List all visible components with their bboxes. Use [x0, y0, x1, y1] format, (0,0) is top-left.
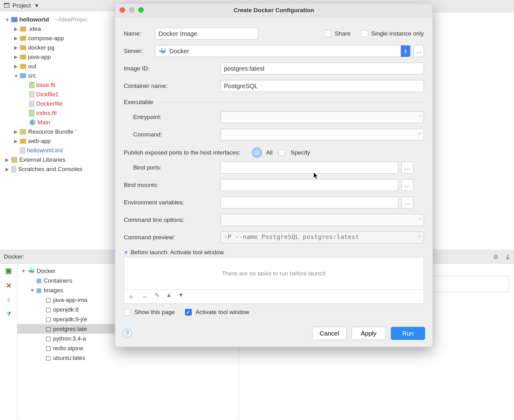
add-task-icon[interactable]: ＋	[127, 292, 135, 302]
tree-item-dockerfile[interactable]: Dockerfile	[1, 99, 118, 108]
edit-task-icon[interactable]: ✎	[155, 292, 160, 302]
radio-specify[interactable]	[278, 149, 285, 156]
cli-options-input[interactable]: ⤢	[221, 214, 424, 226]
tree-item-scratches[interactable]: Scratches and Consoles	[1, 165, 118, 174]
tree-item-base-ftl[interactable]: base.ftl	[1, 80, 118, 90]
server-browse-button[interactable]: …	[414, 45, 424, 57]
single-instance-checkbox[interactable]	[361, 30, 368, 37]
expand-icon[interactable]: ⤢	[418, 131, 422, 136]
apply-button[interactable]: Apply	[352, 327, 386, 340]
command-input[interactable]: ⤢	[221, 129, 424, 141]
tree-item-index-ftl[interactable]: index.ftl	[1, 108, 118, 118]
bind-ports-input	[221, 162, 398, 174]
entrypoint-input[interactable]: ⤢	[221, 111, 424, 123]
window-close-icon[interactable]	[119, 7, 125, 13]
project-root[interactable]: helloworld ~/IdeaProjec	[1, 15, 118, 24]
window-zoom-icon[interactable]	[138, 7, 144, 13]
show-this-page-checkbox[interactable]	[124, 309, 131, 316]
project-icon: 🗔	[3, 2, 10, 9]
tree-item-dickfile1[interactable]: Dickfile1	[1, 90, 118, 99]
docker-toolstrip: ▣ ✕ ⇪ ⧩	[0, 264, 17, 418]
env-vars-browse-button[interactable]: …	[401, 197, 413, 208]
module-icon	[11, 17, 17, 22]
tree-label: redis:alpine	[53, 345, 83, 352]
tree-label: out	[28, 63, 36, 70]
bundle-icon	[20, 129, 26, 135]
container-name-label: Container name:	[124, 83, 217, 89]
bind-mounts-input[interactable]	[221, 179, 398, 191]
disclosure-triangle-icon[interactable]: ▼	[124, 250, 128, 255]
grid-icon: ▦	[36, 287, 42, 294]
tree-label: External Libraries	[19, 156, 65, 163]
tree-item-compose-app[interactable]: compose-app	[1, 34, 118, 43]
executable-section-label: Executable	[124, 99, 153, 106]
activate-tool-window-checkbox[interactable]: ✓	[185, 309, 192, 316]
src-folder-icon	[20, 73, 26, 78]
docker-image-item[interactable]: ▢ ubuntu:lates	[17, 353, 239, 363]
env-vars-input[interactable]	[221, 197, 398, 208]
deploy-icon[interactable]: ▣	[5, 267, 12, 275]
tree-item-iml[interactable]: helloworld.iml	[1, 146, 118, 155]
tree-label: ubuntu:lates	[53, 355, 85, 361]
tree-label: java-app-ima	[53, 297, 87, 303]
expand-icon[interactable]: ⤢	[418, 216, 422, 221]
activate-tool-window-label: Activate tool window	[196, 309, 249, 316]
chevron-down-icon[interactable]: ▾	[35, 2, 38, 9]
share-checkbox[interactable]	[325, 30, 332, 37]
docker-file-icon	[29, 101, 34, 107]
expand-icon[interactable]: ⤢	[418, 113, 422, 118]
tree-label: compose-app	[28, 35, 64, 42]
bind-mounts-label: Bind mounts:	[124, 182, 217, 189]
tree-item-resource-bundle[interactable]: Resource Bundle '	[1, 127, 118, 136]
tree-item-web-app[interactable]: web-app	[1, 136, 118, 146]
container-name-input[interactable]	[221, 80, 424, 92]
radio-all-label: All	[266, 149, 273, 156]
docker-whale-icon: 🐳	[27, 267, 35, 274]
tree-item-java-app[interactable]: java-app	[1, 52, 118, 62]
tree-item-main[interactable]: CMain	[1, 118, 118, 127]
entrypoint-label: Entrypoint:	[133, 114, 217, 121]
no-tasks-message: There are no tasks to run before launch	[124, 257, 424, 289]
share-label: Share	[335, 30, 351, 37]
image-icon: ▢	[46, 354, 51, 361]
name-input[interactable]	[155, 28, 258, 40]
image-icon: ▢	[46, 296, 51, 303]
cancel-button[interactable]: Cancel	[312, 327, 347, 340]
tree-label: src	[28, 72, 36, 79]
gear-icon[interactable]: ⚙︎	[493, 253, 498, 260]
tree-item-docker-pg[interactable]: docker-pg	[1, 43, 118, 52]
image-id-input[interactable]	[221, 63, 424, 74]
redeploy-icon[interactable]: ⇪	[6, 297, 11, 304]
cli-options-label: Command line options:	[124, 217, 217, 223]
filter-icon[interactable]: ⧩	[6, 311, 11, 317]
tree-label: Resource Bundle '	[28, 128, 76, 135]
tree-item-external-libraries[interactable]: External Libraries	[1, 155, 118, 165]
ftl-file-icon	[29, 110, 34, 116]
tree-label: base.ftl	[36, 82, 55, 88]
expand-icon[interactable]: ⤢	[418, 234, 422, 239]
move-up-icon[interactable]: ▲	[166, 292, 172, 302]
server-select[interactable]: 🐳 Docker ▲▼	[155, 45, 410, 57]
name-label: Name:	[124, 30, 152, 37]
project-dropdown-label[interactable]: Project	[12, 2, 31, 9]
tree-item-idea[interactable]: .idea	[1, 24, 118, 34]
help-icon[interactable]: ?	[123, 329, 132, 338]
show-this-page-label: Show this page	[134, 309, 175, 316]
radio-all[interactable]	[254, 149, 260, 156]
bind-ports-browse-button[interactable]: …	[401, 162, 413, 174]
create-docker-config-dialog: Create Docker Configuration Name: Share …	[115, 3, 433, 347]
stop-icon[interactable]: ✕	[6, 282, 12, 290]
tree-item-out[interactable]: out	[1, 62, 118, 71]
dialog-titlebar[interactable]: Create Docker Configuration	[115, 3, 433, 17]
bind-mounts-browse-button[interactable]: …	[401, 179, 413, 191]
run-button[interactable]: Run	[391, 327, 425, 340]
move-down-icon[interactable]: ▼	[178, 292, 184, 302]
remove-task-icon[interactable]: －	[141, 292, 148, 302]
download-icon[interactable]: ⤓	[505, 253, 510, 260]
command-preview-text: -P --name PostgreSQL postgres:latest	[224, 233, 359, 241]
project-root-path: ~/IdeaProjec	[54, 16, 88, 23]
tree-label: java-app	[28, 54, 51, 60]
folder-icon	[20, 36, 26, 41]
tree-item-src[interactable]: src	[1, 71, 118, 80]
folder-icon	[20, 64, 26, 69]
